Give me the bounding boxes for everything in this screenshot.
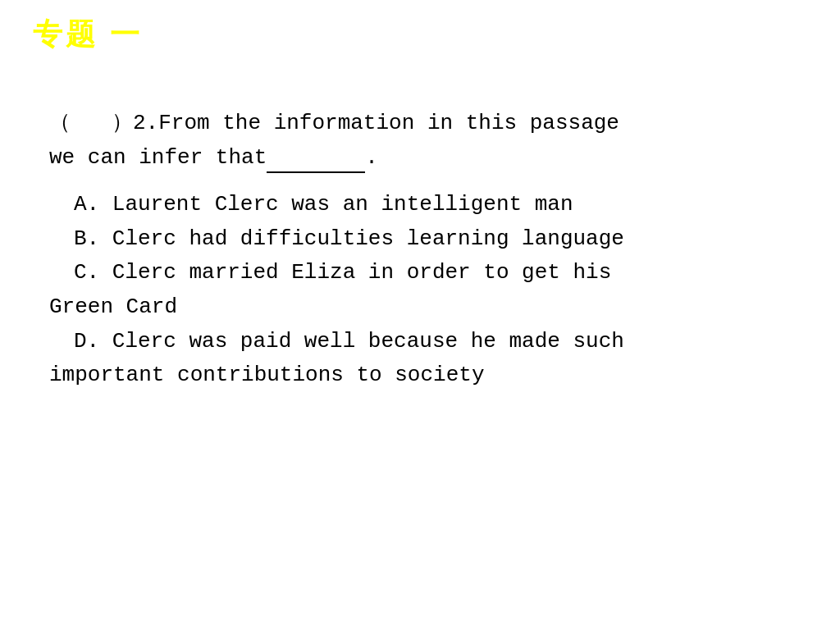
- question-first-line: （ ）2.From the information in this passag…: [49, 107, 807, 141]
- option-a: A. Laurent Clerc was an intelligent man: [74, 188, 807, 222]
- answer-blank: [267, 171, 365, 173]
- option-c-label: C.: [74, 260, 112, 285]
- option-c-line1: C. Clerc married Eliza in order to get h…: [74, 256, 807, 290]
- option-a-label: A.: [74, 192, 112, 217]
- title-section: 专题 一: [33, 15, 143, 55]
- content-section: （ ）2.From the information in this passag…: [49, 107, 807, 393]
- option-d-label: D.: [74, 329, 112, 354]
- question-second-line: we can infer that.: [49, 141, 807, 176]
- option-d-text: Clerc was paid well because he made such: [112, 329, 624, 354]
- question-paren: （: [49, 111, 71, 135]
- option-d-line2: important contributions to society: [49, 358, 807, 393]
- page-container: 专题 一 （ ）2.From the information in this p…: [0, 0, 840, 630]
- question-period: .: [365, 145, 378, 170]
- question-blank-paren: [71, 107, 112, 141]
- question-in: in: [414, 111, 465, 135]
- question-passage: passage: [517, 111, 619, 135]
- option-b-text: Clerc had difficulties learning language: [112, 226, 624, 251]
- question-we-can: we can infer that: [49, 145, 267, 170]
- option-a-text: Laurent Clerc was an intelligent man: [112, 192, 573, 217]
- question-the: the: [222, 111, 273, 135]
- option-c-text: Clerc married Eliza in order to get his: [112, 260, 612, 285]
- question-paren-close: ）2.From: [112, 111, 210, 135]
- question-information: information: [274, 111, 415, 135]
- option-b: B. Clerc had difficulties learning langu…: [74, 222, 807, 257]
- option-d-line1: D. Clerc was paid well because he made s…: [74, 325, 807, 359]
- page-title: 专题 一: [33, 17, 143, 51]
- option-d-cont-text: important contributions to society: [49, 363, 485, 387]
- option-b-label: B.: [74, 226, 112, 251]
- question-this: this: [466, 111, 517, 135]
- option-c-line2: Green Card: [49, 290, 807, 325]
- option-c-cont-text: Green Card: [49, 294, 177, 319]
